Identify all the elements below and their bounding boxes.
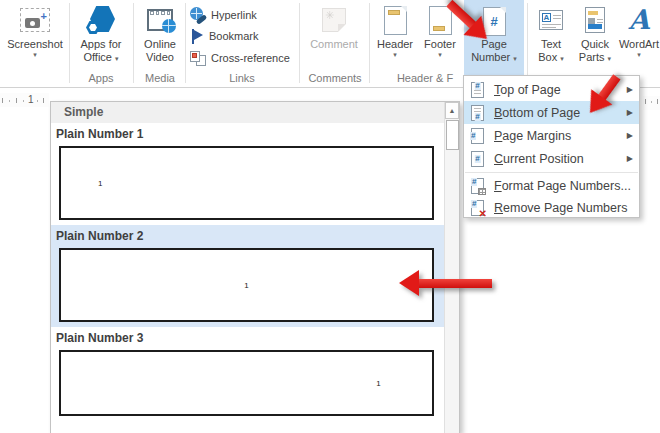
apps-for-office-icon (72, 2, 130, 38)
page-preview: 1 (59, 350, 434, 416)
ruler-number: 1 (28, 94, 34, 105)
menu-item-format-page-numbers[interactable]: # Format Page Numbers... (464, 175, 639, 197)
gallery-item-title: Plain Number 3 (51, 328, 444, 349)
gallery-item-plain-number-2[interactable]: Plain Number 2 1 (51, 225, 444, 327)
chevron-down-icon: ▾ (418, 51, 462, 59)
group-separator (133, 3, 134, 83)
plus-glyph: + (41, 11, 47, 22)
wordart-button[interactable]: A WordArt ▾ (618, 2, 660, 72)
gallery-body: Plain Number 1 1 Plain Number 2 1 Plain … (51, 123, 444, 433)
scrollbar-thumb[interactable] (446, 120, 459, 150)
menu-item-current-position[interactable]: # Current Position ▶ (464, 147, 639, 170)
menu-separator (465, 172, 638, 173)
menu-item-remove-page-numbers[interactable]: #✕ Remove Page Numbers (464, 197, 639, 219)
bottom-of-page-icon: # (471, 105, 484, 121)
cross-reference-icon (190, 51, 206, 66)
menu-item-bottom-of-page[interactable]: # Bottom of Page ▶ (464, 101, 639, 124)
bookmark-icon (190, 29, 204, 44)
header-icon (372, 2, 418, 38)
top-of-page-icon: # (471, 82, 484, 98)
comment-icon: ✳ (302, 2, 366, 38)
screenshot-label: Screenshot (4, 38, 66, 51)
group-separator (185, 3, 186, 83)
screenshot-icon: + (4, 2, 66, 38)
bookmark-label: Bookmark (209, 30, 259, 42)
menu-item-label: Format Page Numbers... (494, 179, 631, 193)
chevron-down-icon: ▾ (618, 51, 660, 59)
current-position-icon: # (471, 151, 484, 167)
gallery-item-title: Plain Number 2 (51, 226, 444, 247)
page-preview: 1 (59, 146, 434, 220)
preview-page-number: 1 (376, 379, 380, 388)
ruler-right-fragment (643, 96, 660, 110)
gallery-item-plain-number-3[interactable]: Plain Number 3 1 (51, 327, 444, 421)
group-separator (299, 3, 300, 83)
group-label-header-footer: Header & F (387, 72, 463, 84)
cross-reference-button[interactable]: Cross-reference (190, 48, 290, 68)
menu-item-label: Remove Page Numbers (494, 201, 627, 215)
hyperlink-button[interactable]: Hyperlink (190, 5, 257, 25)
apps-line2: Office ▾ (72, 51, 130, 64)
text-box-button[interactable]: A Text Box ▾ (530, 2, 572, 72)
chevron-down-icon: ▾ (560, 55, 564, 62)
preview-page-number: 1 (98, 179, 102, 188)
preview-page-number: 1 (244, 281, 248, 290)
submenu-arrow-icon: ▶ (627, 154, 633, 163)
quick-parts-icon (572, 2, 618, 38)
submenu-arrow-icon: ▶ (627, 108, 633, 117)
screenshot-button[interactable]: + Screenshot ▾ (4, 2, 66, 72)
submenu-arrow-icon: ▶ (627, 85, 633, 94)
page-number-line2: Number ▾ (464, 51, 524, 64)
menu-item-label: Top of Page (494, 83, 561, 97)
page-number-gallery: Simple Plain Number 1 1 Plain Number 2 1… (50, 101, 460, 433)
menu-item-page-margins[interactable]: # Page Margins ▶ (464, 124, 639, 147)
hyperlink-icon (190, 7, 206, 23)
ruler-left: 1 (0, 93, 49, 107)
format-page-numbers-icon: # (471, 178, 484, 194)
video-line1: Online (136, 38, 184, 51)
submenu-arrow-icon: ▶ (627, 131, 633, 140)
online-video-icon (136, 2, 184, 38)
gallery-item-title: Plain Number 1 (51, 124, 444, 145)
bookmark-button[interactable]: Bookmark (190, 26, 259, 46)
quick-parts-line1: Quick (572, 38, 618, 51)
footer-label: Footer (418, 38, 462, 51)
menu-item-label: Page Margins (494, 129, 571, 143)
wordart-label: WordArt (618, 38, 660, 51)
header-button[interactable]: Header ▾ (372, 2, 418, 72)
group-label-comments: Comments (305, 72, 365, 84)
group-separator (69, 3, 70, 83)
online-video-button[interactable]: Online Video (136, 2, 184, 72)
group-separator (369, 3, 370, 83)
chevron-down-icon: ▾ (608, 55, 612, 62)
wordart-icon: A (618, 2, 660, 38)
menu-item-label: Current Position (494, 152, 584, 166)
text-box-icon: A (530, 2, 572, 38)
menu-item-label: Bottom of Page (494, 106, 580, 120)
group-separator (527, 3, 528, 83)
apps-for-office-button[interactable]: Apps for Office ▾ (72, 2, 130, 72)
group-label-apps: Apps (78, 72, 124, 84)
quick-parts-line2: Parts ▾ (572, 51, 618, 64)
apps-line1: Apps for (72, 38, 130, 51)
gallery-scrollbar[interactable]: ▲ (444, 102, 459, 433)
cross-reference-label: Cross-reference (211, 52, 290, 64)
scrollbar-up-arrow[interactable]: ▲ (445, 102, 459, 119)
group-label-media: Media (136, 72, 184, 84)
quick-parts-button[interactable]: Quick Parts ▾ (572, 2, 618, 72)
remove-page-numbers-icon: #✕ (471, 200, 484, 216)
comment-button: ✳ Comment (302, 2, 366, 72)
text-box-line2: Box ▾ (530, 51, 572, 64)
video-line2: Video (136, 51, 184, 64)
star-glyph: ✳ (325, 9, 334, 22)
chevron-down-icon: ▾ (513, 55, 517, 62)
annotation-arrow-plain-number-2 (399, 270, 492, 296)
header-label: Header (372, 38, 418, 51)
page-preview: 1 (59, 248, 434, 322)
gallery-item-plain-number-1[interactable]: Plain Number 1 1 (51, 123, 444, 225)
chevron-down-icon: ▾ (372, 51, 418, 59)
text-box-line1: Text (530, 38, 572, 51)
chevron-down-icon: ▾ (115, 55, 119, 62)
hyperlink-label: Hyperlink (211, 9, 257, 21)
chevron-down-icon: ▾ (4, 51, 66, 59)
